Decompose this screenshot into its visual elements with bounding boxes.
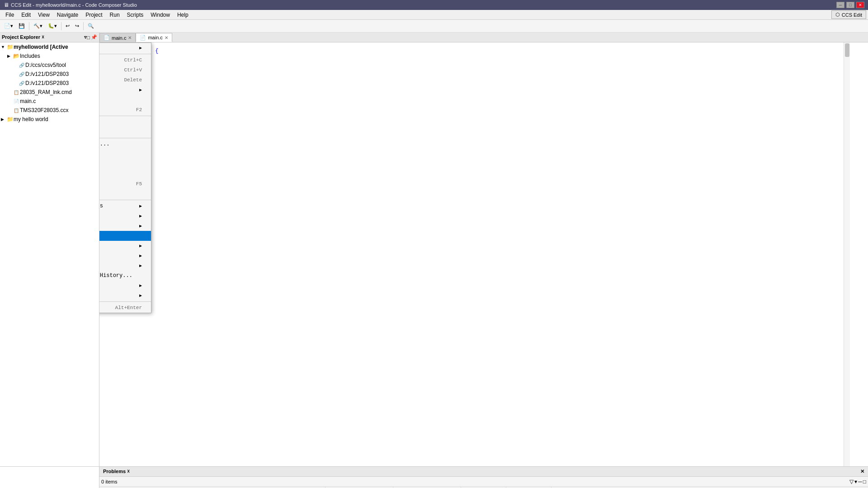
minimize-button[interactable]: ─ (836, 2, 844, 8)
project-explorer-header: Project Explorer ☓ ▿ □ 📌 (0, 33, 99, 42)
menu-navigate[interactable]: Navigate (53, 11, 82, 19)
editor-tabs: 📄 main.c ✕ 📄 main.c ✕ (99, 33, 868, 42)
ctx-team-arrow: ▶ (139, 253, 142, 258)
ctx-make-targets[interactable]: Make Targets ▶ (99, 211, 151, 221)
ctx-source-1[interactable]: Source ▶ (99, 85, 151, 95)
ctx-sep-5 (99, 301, 151, 302)
problems-filter-icon[interactable]: ▽ (849, 479, 854, 485)
ctx-copy-shortcut: Ctrl+C (124, 57, 142, 63)
ctx-compare-arrow: ▶ (139, 263, 142, 268)
ctx-rename[interactable]: Rename... F2 (99, 105, 151, 115)
window-title: CCS Edit - myhelloworld/main.c - Code Co… (11, 2, 137, 8)
tree-item-ccsv5[interactable]: 🔗 D:/ccs/ccsv5/tool (0, 61, 99, 70)
ctx-properties-shortcut: Alt+Enter (115, 305, 142, 310)
ctx-source-2[interactable]: Source ▶ (99, 291, 151, 300)
toolbar-search[interactable]: 🔍 (85, 22, 96, 30)
ctx-show-build-settings[interactable]: Show Build Settings... (99, 139, 151, 149)
ctx-sep-4 (99, 200, 151, 200)
ctx-clean-project[interactable]: Clean Project (99, 169, 151, 179)
toolbar-debug[interactable]: 🐛▾ (46, 22, 59, 30)
ctx-paste[interactable]: Paste Ctrl+V (99, 65, 151, 75)
ctx-sep-1 (99, 54, 151, 54)
left-bottom-panel (0, 467, 99, 488)
ctx-refactor[interactable]: Refactor ▶ (99, 281, 151, 291)
ctx-import[interactable]: ⬆ Import... (99, 117, 151, 127)
toolbar-undo[interactable]: ↩ (63, 22, 72, 30)
pe-pin[interactable]: 📌 (91, 34, 97, 40)
tree-item-dsp2803-1[interactable]: 🔗 D:/v121/DSP2803 (0, 70, 99, 79)
problems-maximize-icon[interactable]: □ (863, 479, 866, 485)
tree-item-includes[interactable]: ▶ 📂 Includes (0, 52, 99, 61)
problems-count: 0 items (101, 479, 117, 484)
menu-bar: File Edit View Navigate Project Run Scri… (0, 10, 868, 20)
problems-close[interactable]: ✕ (860, 469, 864, 474)
tab-close-2[interactable]: ✕ (165, 35, 168, 40)
ctx-build-configurations[interactable]: Build Configurations ▶ (99, 201, 151, 211)
title-bar: 🖥 CCS Edit - myhelloworld/main.c - Code … (0, 0, 868, 10)
tree-item-tms[interactable]: 📋 TMS320F28035.ccx (0, 106, 99, 115)
menu-scripts[interactable]: Scripts (123, 11, 147, 19)
bottom-panels: Problems ☓ ✕ 0 items ▽ ▾ ─ □ Description… (0, 466, 868, 488)
tree-item-ram-lnk[interactable]: 📋 28035_RAM_lnk.cmd (0, 88, 99, 97)
maximize-button[interactable]: □ (846, 2, 854, 8)
ctx-debug-as[interactable]: Debug As ▶ (99, 241, 151, 251)
menu-window[interactable]: Window (147, 11, 174, 19)
ctx-refresh[interactable]: 🔄 Refresh F5 (99, 179, 151, 189)
toolbar-new[interactable]: 📄▾ (2, 22, 15, 30)
editor-content[interactable]: void main(void) { New ▶ Copy Ctrl+C Pa (99, 42, 868, 466)
ctx-make-targets-arrow: ▶ (139, 213, 142, 219)
ctx-compare-with[interactable]: Compare With ▶ (99, 261, 151, 271)
editor-scroll-thumb[interactable] (845, 43, 849, 57)
editor-scrollbar-v[interactable] (844, 42, 850, 466)
ctx-new[interactable]: New ▶ (99, 43, 151, 53)
ctx-properties[interactable]: Properties Alt+Enter (99, 303, 151, 313)
ctx-add-files[interactable]: Add Files... (99, 231, 151, 241)
tab-main-c-2[interactable]: 📄 main.c ✕ (136, 33, 172, 42)
ctx-build-configs-label: Build Configurations (99, 203, 103, 209)
ctx-restore-local-history[interactable]: Restore from Local History... (99, 271, 151, 281)
ctx-build-project[interactable]: Build Project (99, 159, 151, 169)
project-explorer: Project Explorer ☓ ▿ □ 📌 ▼ 📁 myhelloworl… (0, 33, 99, 466)
ctx-new-arrow: ▶ (139, 45, 142, 51)
tab-main-c-1[interactable]: 📄 main.c ✕ (99, 33, 136, 42)
ctx-close-project[interactable]: Close Project (99, 189, 151, 199)
problems-minimize-icon[interactable]: ─ (858, 479, 862, 485)
tab-close-1[interactable]: ✕ (128, 35, 132, 40)
toolbar: 📄▾ 💾 🔨▾ 🐛▾ ↩ ↪ 🔍 (0, 20, 868, 33)
ctx-rebuild-project[interactable]: Rebuild Project (99, 149, 151, 159)
context-menu: New ▶ Copy Ctrl+C Paste Ctrl+V Delete D (99, 42, 151, 313)
ctx-index-arrow: ▶ (139, 223, 142, 229)
problems-header: Problems ☓ ✕ (99, 467, 868, 477)
ctx-debug-as-arrow: ▶ (139, 243, 142, 249)
tree-item-main-c[interactable]: 📄 main.c (0, 97, 99, 106)
toolbar-build[interactable]: 🔨▾ (31, 22, 45, 30)
ctx-sep-3 (99, 138, 151, 138)
tree-item-myhelloworld[interactable]: ▼ 📁 myhelloworld [Active (0, 42, 99, 52)
close-button[interactable]: ✕ (856, 2, 864, 8)
toolbar-redo[interactable]: ↪ (73, 22, 81, 30)
ctx-export[interactable]: ⬇ Export... (99, 127, 151, 137)
problems-settings-icon[interactable]: ▾ (854, 479, 857, 485)
menu-project[interactable]: Project (82, 11, 106, 19)
tree-item-myhelloworld2[interactable]: ▶ 📁 my hello world (0, 115, 99, 124)
ctx-index[interactable]: Index ▶ (99, 221, 151, 231)
menu-file[interactable]: File (2, 11, 18, 19)
ctx-copy[interactable]: Copy Ctrl+C (99, 55, 151, 65)
ctx-show-build-label: Show Build Settings... (99, 141, 109, 147)
tree-item-dsp2803-2[interactable]: 🔗 D:/v121/DSP2803 (0, 79, 99, 88)
menu-view[interactable]: View (34, 11, 53, 19)
problems-panel: Problems ☓ ✕ 0 items ▽ ▾ ─ □ Description… (99, 467, 868, 488)
ctx-delete[interactable]: Delete Delete (99, 75, 151, 85)
ctx-refactor-arrow: ▶ (139, 283, 142, 288)
pe-maximize[interactable]: □ (87, 35, 90, 40)
menu-run[interactable]: Run (106, 11, 123, 19)
ctx-team[interactable]: Team ▶ (99, 251, 151, 261)
menu-help[interactable]: Help (174, 11, 192, 19)
ctx-delete-shortcut: Delete (124, 77, 142, 83)
ctx-move: Move... (99, 95, 151, 105)
editor-area: 📄 main.c ✕ 📄 main.c ✕ void main(void) { … (99, 33, 868, 466)
ccs-edit-button[interactable]: ⬡ CCS Edit (831, 10, 866, 19)
ctx-build-configs-arrow: ▶ (139, 203, 142, 209)
menu-edit[interactable]: Edit (18, 11, 34, 19)
toolbar-save[interactable]: 💾 (16, 22, 27, 30)
